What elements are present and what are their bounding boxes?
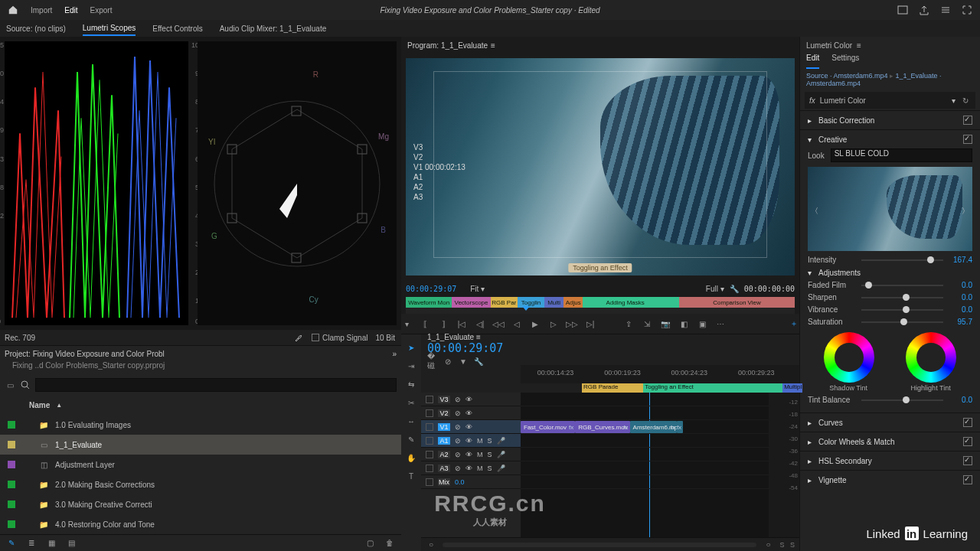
new-bin-icon[interactable]: ▢ xyxy=(364,538,375,549)
basic-enable-checkbox[interactable] xyxy=(963,116,972,125)
selection-tool-icon[interactable]: ➤ xyxy=(406,342,416,353)
settings-icon[interactable]: ⋯ xyxy=(715,318,726,329)
go-out-icon[interactable]: ▷| xyxy=(585,318,596,329)
clip[interactable]: Amsterdam6.mp4fx xyxy=(630,421,678,433)
program-marker[interactable]: Comparison View xyxy=(679,297,795,308)
track-select-tool-icon[interactable]: ⇥ xyxy=(406,360,416,371)
lift-icon[interactable]: ⇪ xyxy=(623,318,634,329)
safe-margin-icon[interactable]: ▣ xyxy=(697,318,707,329)
project-search-input[interactable] xyxy=(35,378,397,392)
type-tool-icon[interactable]: T xyxy=(406,471,416,481)
project-item[interactable]: 📁 2.0 Making Basic Corrections xyxy=(0,474,401,494)
slider-saturation[interactable] xyxy=(861,321,943,323)
slider-faded-film[interactable] xyxy=(861,285,943,286)
track-lane[interactable] xyxy=(521,406,769,420)
fit-dropdown[interactable]: Fit ▾ xyxy=(470,285,485,293)
section-curves[interactable]: Curves xyxy=(818,419,843,427)
razor-tool-icon[interactable]: ✂ xyxy=(406,397,416,408)
slider-value[interactable]: 0.0 xyxy=(948,305,972,314)
project-item[interactable]: 📁 3.0 Making Creative Correcti xyxy=(0,494,401,514)
freeform-icon[interactable]: ▤ xyxy=(66,538,77,549)
track-lane[interactable] xyxy=(521,461,769,475)
menu-import[interactable]: Import xyxy=(31,6,52,15)
track-header[interactable]: V2 ⊘👁 xyxy=(421,406,521,420)
menu-edit[interactable]: Edit xyxy=(64,6,77,15)
link-icon[interactable]: ⊘ xyxy=(443,357,453,367)
compare-icon[interactable]: ◧ xyxy=(678,318,689,329)
snap-icon[interactable]: �磁 xyxy=(427,357,438,367)
play-icon[interactable]: ▶ xyxy=(530,318,541,329)
project-item[interactable]: ▭ 1_1_Evaluate xyxy=(0,435,401,455)
source-tab[interactable]: Source: (no clips) xyxy=(6,22,66,35)
vignette-enable-checkbox[interactable] xyxy=(963,475,972,484)
creative-enable-checkbox[interactable] xyxy=(963,135,972,144)
tint-balance-slider[interactable] xyxy=(861,399,943,401)
next-look-icon[interactable]: 〉 xyxy=(960,206,971,217)
zoom-in-icon[interactable]: ○ xyxy=(763,540,773,550)
track-header[interactable]: A1 ⊘👁MS🎤 xyxy=(421,434,521,448)
section-creative[interactable]: Creative xyxy=(818,135,847,144)
track-header[interactable]: V3 ⊘👁 xyxy=(421,393,521,406)
zoom-scrollbar[interactable] xyxy=(443,543,756,547)
export-frame-icon[interactable]: 📷 xyxy=(660,318,671,329)
extract-icon[interactable]: ⇲ xyxy=(642,318,652,329)
program-marker[interactable]: Togglin xyxy=(518,297,544,308)
goto-next-icon[interactable]: ▷▷ xyxy=(567,318,577,329)
audio-mixer-tab[interactable]: Audio Clip Mixer: 1_1_Evaluate xyxy=(220,22,327,35)
track-header[interactable]: A2 ⊘👁MS🎤 xyxy=(421,448,521,461)
hand-tool-icon[interactable]: ✋ xyxy=(406,452,416,463)
clip[interactable]: Fast_Color.movfx xyxy=(521,421,575,433)
track-lane[interactable] xyxy=(521,393,769,406)
slider-sharpen[interactable] xyxy=(861,297,943,298)
search-icon[interactable] xyxy=(20,380,31,390)
lumetri-tab-edit[interactable]: Edit xyxy=(806,54,819,69)
section-vignette[interactable]: Vignette xyxy=(818,476,847,484)
section-hsl[interactable]: HSL Secondary xyxy=(818,457,872,465)
layout-icon[interactable] xyxy=(897,5,908,15)
fx-badge-icon[interactable]: fx xyxy=(809,96,815,105)
program-marker[interactable]: Multi xyxy=(544,297,564,308)
intensity-value[interactable]: 167.4 xyxy=(948,256,972,264)
chevron-right-icon[interactable]: ▸ xyxy=(808,116,814,125)
icon-view-icon[interactable]: ▦ xyxy=(46,538,57,549)
intensity-slider[interactable] xyxy=(861,259,943,261)
curves-enable-checkbox[interactable] xyxy=(963,418,972,427)
menu-export[interactable]: Export xyxy=(90,6,113,15)
frame-fwd-icon[interactable]: ▷ xyxy=(548,318,559,329)
zoom-out-icon[interactable]: ○ xyxy=(426,540,436,550)
wrench2-icon[interactable]: 🔧 xyxy=(729,283,740,294)
lumetri-tab-settings[interactable]: Settings xyxy=(831,54,859,69)
section-basic[interactable]: Basic Correction xyxy=(818,116,874,125)
program-marker[interactable]: Waveform Mon xyxy=(406,297,452,308)
track-lane[interactable] xyxy=(521,475,769,489)
step-back-icon[interactable]: ◁| xyxy=(475,318,485,329)
project-item[interactable]: ◫ Adjustment Layer xyxy=(0,455,401,474)
effect-controls-tab[interactable]: Effect Controls xyxy=(152,22,202,35)
marker2-icon[interactable]: ▼ xyxy=(458,357,469,367)
prev-look-icon[interactable]: 〈 xyxy=(809,206,820,217)
bin-icon[interactable]: ▭ xyxy=(5,380,15,390)
button-editor-icon[interactable]: ＋ xyxy=(789,318,799,329)
reset-icon[interactable]: ↻ xyxy=(960,95,971,106)
list-view-icon[interactable]: ≣ xyxy=(26,538,37,549)
go-in-icon[interactable]: |◁ xyxy=(456,318,467,329)
slider-value[interactable]: 95.7 xyxy=(948,318,972,326)
section-wheels[interactable]: Color Wheels & Match xyxy=(818,438,894,446)
clip[interactable]: RGB_Curves.movfx xyxy=(575,421,629,433)
timeline-timecode[interactable]: 00:00:29:07 xyxy=(427,341,511,355)
fullscreen-icon[interactable] xyxy=(962,5,972,15)
home-icon[interactable] xyxy=(8,5,18,15)
program-monitor[interactable]: V3 V2 V1 00:00:02:13 A1 A2 A3 Toggling a… xyxy=(406,58,795,276)
settings2-icon[interactable]: 🔧 xyxy=(473,357,484,367)
clip[interactable]: fx xyxy=(677,421,683,433)
hsl-enable-checkbox[interactable] xyxy=(963,456,972,465)
slider-vibrance[interactable] xyxy=(861,309,943,311)
name-column[interactable]: Name xyxy=(29,401,50,409)
track-header[interactable]: V1 ⊘👁 xyxy=(421,420,521,434)
project-item[interactable]: 📁 1.0 Evaluating Images xyxy=(0,415,401,435)
program-marker[interactable] xyxy=(668,297,679,308)
wrench-icon[interactable] xyxy=(293,332,304,343)
clamp-signal-checkbox[interactable]: Clamp Signal xyxy=(312,334,368,342)
lumetri-scopes-tab[interactable]: Lumetri Scopes xyxy=(83,21,136,36)
trash-icon[interactable]: 🗑 xyxy=(384,538,395,549)
